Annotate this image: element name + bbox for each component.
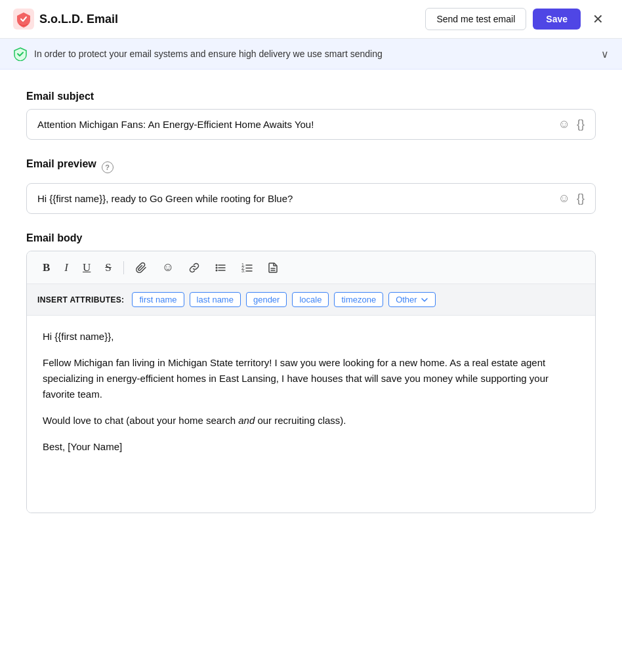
- body-line4: Best, [Your Name]: [43, 439, 579, 455]
- logo-area: S.o.L.D. Email: [13, 9, 425, 30]
- attr-chip-timezone[interactable]: timezone: [334, 292, 383, 307]
- editor-toolbar: B I U S ☺: [27, 251, 595, 284]
- email-subject-input[interactable]: [37, 119, 558, 130]
- attr-chip-gender[interactable]: gender: [246, 292, 287, 307]
- attributes-bar: INSERT ATTRIBUTES: first name last name …: [27, 284, 595, 316]
- email-preview-row: Email preview ?: [26, 158, 596, 177]
- emoji-button[interactable]: ☺: [157, 258, 179, 277]
- link-icon: [188, 262, 200, 274]
- app-title: S.o.L.D. Email: [39, 12, 118, 26]
- email-preview-field[interactable]: ☺ {}: [26, 183, 596, 214]
- body-line3-italic: and: [238, 415, 255, 426]
- smart-sending-banner: In order to protect your email systems a…: [0, 39, 622, 70]
- logo-icon: [13, 9, 34, 30]
- bullet-list-icon: [215, 262, 226, 274]
- attr-chip-other-dropdown[interactable]: Other: [388, 292, 436, 307]
- shield-icon: [13, 47, 28, 61]
- main-content: Email subject ☺ {} Email preview ? ☺ {} …: [0, 70, 622, 534]
- ordered-list-icon: 1. 2. 3.: [241, 262, 253, 274]
- email-subject-label: Email subject: [26, 91, 596, 102]
- preview-emoji-icon[interactable]: ☺: [558, 192, 570, 205]
- header: S.o.L.D. Email Send me test email Save ✕: [0, 0, 622, 39]
- attr-chip-last-name[interactable]: last name: [190, 292, 241, 307]
- attr-chip-locale[interactable]: locale: [292, 292, 329, 307]
- email-body-content[interactable]: Hi {{first name}}, Fellow Michigan fan l…: [27, 316, 595, 513]
- link-button[interactable]: [183, 259, 205, 276]
- file-button[interactable]: [262, 259, 284, 276]
- svg-point-2: [216, 266, 218, 268]
- subject-emoji-icon[interactable]: ☺: [558, 117, 570, 131]
- attributes-label: INSERT ATTRIBUTES:: [37, 295, 124, 304]
- other-label: Other: [396, 295, 417, 304]
- bold-button[interactable]: B: [37, 259, 55, 277]
- italic-button[interactable]: I: [59, 259, 73, 277]
- chevron-down-icon: [421, 296, 428, 304]
- body-line1: Hi {{first name}},: [43, 329, 579, 345]
- email-preview-input[interactable]: [37, 193, 558, 204]
- strikethrough-button[interactable]: S: [100, 259, 116, 277]
- svg-text:3.: 3.: [241, 268, 245, 273]
- save-button[interactable]: Save: [533, 9, 581, 30]
- preview-field-icons: ☺ {}: [558, 192, 585, 205]
- banner-chevron-icon[interactable]: ∨: [601, 48, 609, 60]
- attr-chip-first-name[interactable]: first name: [132, 292, 184, 307]
- toolbar-separator-1: [123, 261, 124, 274]
- header-actions: Send me test email Save ✕: [425, 8, 609, 30]
- email-preview-label: Email preview: [26, 158, 96, 170]
- body-line3-pre: Would love to chat (about your home sear…: [43, 415, 238, 426]
- email-body-section: B I U S ☺: [26, 251, 596, 513]
- body-line2: Fellow Michigan fan living in Michigan S…: [43, 355, 579, 402]
- svg-point-3: [216, 269, 218, 271]
- body-line3-post: our recruiting class).: [255, 415, 346, 426]
- subject-field-icons: ☺ {}: [558, 117, 585, 131]
- underline-button[interactable]: U: [77, 259, 96, 277]
- svg-point-1: [216, 264, 218, 266]
- test-email-button[interactable]: Send me test email: [425, 8, 526, 30]
- email-subject-field[interactable]: ☺ {}: [26, 109, 596, 140]
- body-line3: Would love to chat (about your home sear…: [43, 413, 579, 429]
- preview-help-icon[interactable]: ?: [102, 161, 114, 173]
- banner-text: In order to protect your email systems a…: [34, 49, 383, 59]
- ordered-list-button[interactable]: 1. 2. 3.: [236, 259, 258, 276]
- attachment-button[interactable]: [131, 259, 153, 276]
- email-body-label: Email body: [26, 232, 596, 244]
- attachment-icon: [136, 262, 148, 274]
- subject-code-icon[interactable]: {}: [577, 117, 585, 131]
- close-button[interactable]: ✕: [587, 9, 609, 30]
- bullet-list-button[interactable]: [209, 259, 232, 276]
- preview-code-icon[interactable]: {}: [577, 192, 585, 205]
- banner-content: In order to protect your email systems a…: [13, 47, 383, 61]
- file-icon: [267, 262, 279, 274]
